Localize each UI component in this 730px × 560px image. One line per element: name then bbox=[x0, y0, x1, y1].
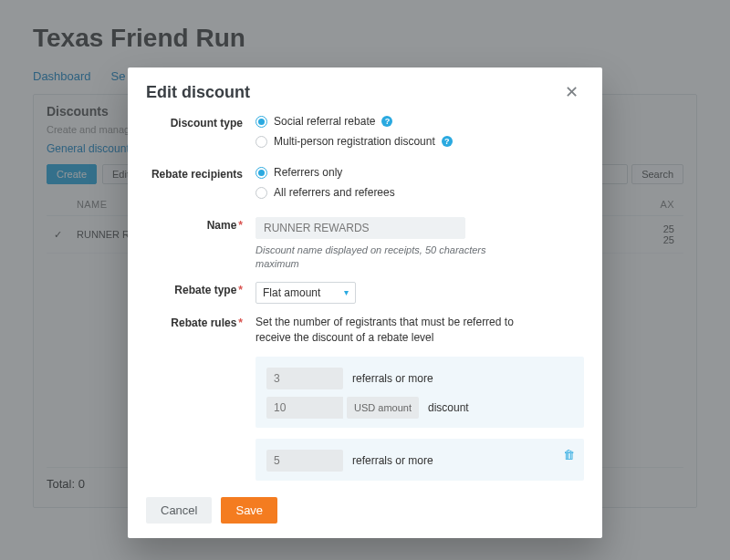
rebate-rule-card: referrals or more USD amount discount bbox=[256, 357, 584, 428]
close-icon[interactable]: ✕ bbox=[559, 80, 584, 104]
amount-input[interactable] bbox=[266, 397, 343, 419]
radio-referrers-only[interactable]: Referrers only bbox=[256, 166, 584, 179]
rebate-type-select[interactable]: Flat amount ▾ bbox=[256, 282, 356, 304]
radio-social-referral[interactable]: Social referral rebate ? bbox=[256, 115, 584, 128]
rebate-rule-card: 🗑 referrals or more bbox=[256, 439, 584, 481]
label-rebate-rules: Rebate rules bbox=[171, 316, 236, 329]
radio-icon bbox=[256, 187, 267, 199]
edit-discount-modal: Edit discount ✕ Discount type Social ref… bbox=[128, 67, 602, 538]
referrals-input[interactable] bbox=[266, 368, 343, 389]
referrals-input[interactable] bbox=[266, 450, 343, 472]
radio-multi-person[interactable]: Multi-person registration discount ? bbox=[256, 135, 584, 148]
cancel-button[interactable]: Cancel bbox=[146, 497, 212, 524]
save-button[interactable]: Save bbox=[221, 497, 277, 524]
name-hint: Discount name displayed on receipts, 50 … bbox=[256, 244, 493, 271]
radio-icon bbox=[256, 167, 267, 179]
radio-icon bbox=[256, 116, 267, 128]
chevron-down-icon: ▾ bbox=[344, 287, 349, 297]
label-name: Name bbox=[207, 219, 237, 232]
amount-unit: USD amount bbox=[347, 397, 419, 419]
trash-icon[interactable]: 🗑 bbox=[563, 448, 575, 461]
rules-description: Set the number of registrants that must … bbox=[256, 315, 520, 347]
discount-name-input[interactable] bbox=[256, 217, 465, 239]
radio-all-referrers[interactable]: All referrers and referees bbox=[256, 186, 584, 199]
modal-overlay: Edit discount ✕ Discount type Social ref… bbox=[0, 0, 730, 560]
modal-title: Edit discount bbox=[146, 83, 250, 102]
help-icon[interactable]: ? bbox=[442, 136, 453, 147]
radio-icon bbox=[256, 136, 267, 148]
label-rebate-type: Rebate type bbox=[174, 284, 236, 296]
label-discount-type: Discount type bbox=[146, 115, 256, 155]
label-rebate-recipients: Rebate recipients bbox=[146, 166, 256, 206]
help-icon[interactable]: ? bbox=[381, 116, 392, 127]
